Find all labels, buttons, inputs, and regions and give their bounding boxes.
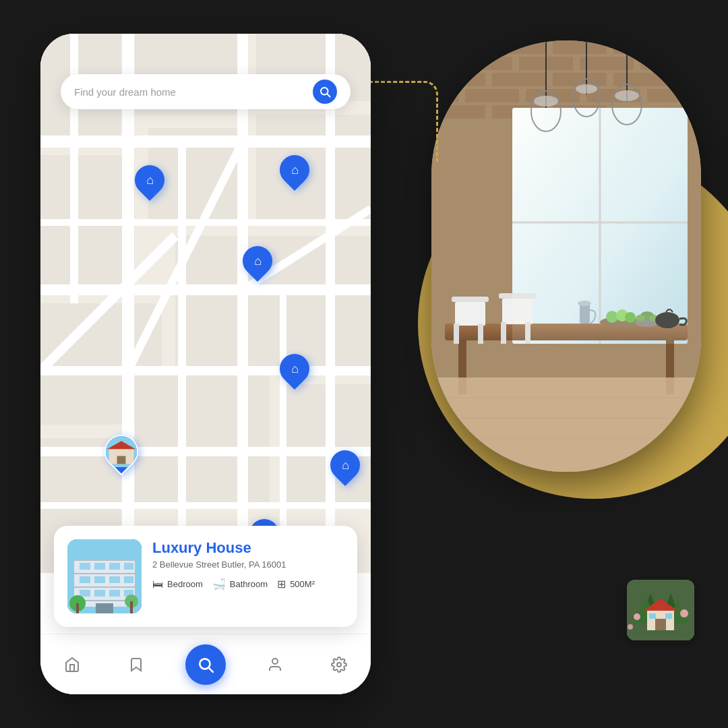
bedroom-label: Bedroom (167, 579, 203, 589)
svg-rect-130 (76, 603, 79, 613)
dining-scene-svg (431, 40, 701, 472)
map-pin-3[interactable]: ⌂ (243, 246, 272, 276)
dining-room-photo (431, 40, 701, 472)
svg-rect-123 (124, 576, 133, 583)
svg-rect-3 (492, 40, 546, 54)
svg-rect-5 (613, 40, 667, 54)
svg-rect-126 (109, 590, 120, 597)
bathroom-icon: 🛁 (212, 578, 226, 590)
svg-rect-107 (117, 456, 126, 464)
nav-settings[interactable] (324, 650, 354, 679)
svg-rect-85 (175, 236, 371, 371)
property-photo-container (431, 40, 701, 472)
map-pin-4[interactable]: ⌂ (280, 354, 309, 384)
svg-rect-72 (649, 613, 656, 619)
svg-rect-2 (431, 40, 485, 54)
map-roads-svg (40, 34, 371, 573)
svg-rect-120 (80, 576, 90, 583)
svg-point-75 (680, 609, 688, 617)
svg-rect-113 (74, 573, 135, 574)
svg-rect-13 (492, 73, 546, 86)
phone-mockup: ⌂ ⌂ ⌂ ⌂ (40, 34, 371, 694)
bathroom-label: Bathroom (230, 579, 268, 589)
svg-rect-11 (431, 57, 453, 70)
svg-line-134 (209, 667, 213, 671)
svg-rect-122 (109, 576, 120, 583)
area-feature: ⊞ 500M² (277, 578, 315, 590)
nav-bookmark[interactable] (121, 650, 151, 679)
map-pin-6[interactable]: ⌂ (330, 450, 360, 480)
svg-rect-6 (674, 40, 701, 54)
svg-point-76 (628, 624, 633, 630)
svg-rect-63 (512, 108, 688, 344)
svg-rect-112 (74, 559, 135, 561)
svg-rect-132 (130, 601, 133, 613)
map-pin-1[interactable]: ⌂ (135, 165, 164, 195)
svg-rect-43 (478, 324, 483, 344)
svg-rect-121 (94, 576, 105, 583)
svg-rect-21 (431, 105, 485, 119)
top-bar-decoration (364, 0, 728, 40)
svg-line-109 (327, 94, 330, 96)
svg-rect-20 (647, 89, 701, 102)
svg-point-36 (615, 90, 639, 101)
area-label: 500M² (290, 579, 315, 589)
svg-rect-40 (452, 297, 489, 302)
svg-point-33 (576, 84, 597, 94)
svg-rect-73 (665, 613, 672, 619)
bottom-bar-decoration (364, 688, 728, 728)
property-title: Luxury House (152, 539, 344, 557)
svg-rect-59 (431, 377, 701, 472)
svg-rect-83 (256, 115, 371, 222)
svg-rect-71 (655, 619, 666, 630)
property-address: 2 Bellevue Street Butler, PA 16001 (152, 559, 344, 570)
svg-rect-17 (465, 89, 519, 102)
svg-rect-15 (613, 73, 667, 86)
svg-point-30 (534, 96, 558, 107)
svg-rect-117 (94, 563, 105, 570)
bedroom-feature: 🛏 Bedroom (152, 578, 203, 590)
map-pin-photo[interactable] (104, 435, 138, 468)
svg-rect-114 (74, 586, 135, 588)
search-placeholder: Find your dream home (74, 86, 313, 98)
svg-rect-124 (80, 590, 90, 597)
svg-rect-14 (553, 73, 607, 86)
small-house-thumbnail (627, 580, 694, 640)
svg-rect-42 (454, 324, 459, 344)
svg-point-135 (272, 659, 278, 664)
bottom-navigation (40, 634, 371, 694)
svg-rect-9 (580, 57, 634, 70)
nav-home[interactable] (57, 650, 87, 679)
svg-rect-87 (135, 371, 270, 506)
svg-rect-118 (109, 563, 120, 570)
svg-rect-128 (96, 603, 113, 613)
svg-rect-46 (501, 322, 506, 344)
search-bar[interactable]: Find your dream home (61, 74, 351, 109)
svg-rect-41 (455, 302, 485, 326)
bathroom-feature: 🛁 Bathroom (212, 578, 268, 590)
property-image (67, 539, 142, 613)
svg-rect-10 (640, 57, 694, 70)
property-info: Luxury House 2 Bellevue Street Butler, P… (152, 539, 344, 613)
svg-rect-7 (458, 57, 512, 70)
map-area[interactable]: ⌂ ⌂ ⌂ ⌂ (40, 34, 371, 573)
svg-rect-4 (553, 40, 607, 54)
nav-profile[interactable] (260, 650, 290, 679)
svg-rect-125 (94, 590, 105, 597)
search-button[interactable] (313, 80, 337, 104)
svg-point-74 (634, 613, 640, 620)
bedroom-icon: 🛏 (152, 578, 163, 590)
area-icon: ⊞ (277, 578, 286, 590)
svg-rect-116 (80, 563, 90, 570)
svg-rect-119 (124, 563, 133, 570)
property-card[interactable]: Luxury House 2 Bellevue Street Butler, P… (54, 526, 357, 627)
small-house-svg (627, 580, 694, 640)
property-features: 🛏 Bedroom 🛁 Bathroom ⊞ 500M² (152, 578, 344, 590)
nav-search-center[interactable] (185, 644, 226, 685)
svg-point-136 (337, 663, 341, 667)
svg-rect-12 (431, 73, 485, 86)
map-pin-2[interactable]: ⌂ (280, 155, 309, 185)
